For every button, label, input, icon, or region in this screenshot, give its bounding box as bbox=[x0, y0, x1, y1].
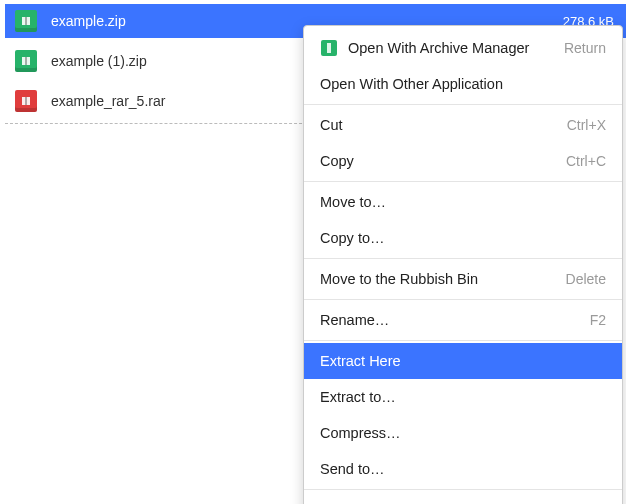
menu-item-label: Move to… bbox=[320, 194, 606, 210]
menu-separator bbox=[304, 181, 622, 182]
zip-file-icon bbox=[15, 10, 37, 32]
menu-item-label: Copy bbox=[320, 153, 566, 169]
menu-item-properties[interactable]: PropertiesCtrl+I bbox=[304, 492, 622, 504]
menu-item-label: Compress… bbox=[320, 425, 606, 441]
menu-item-label: Cut bbox=[320, 117, 567, 133]
menu-item-send-to[interactable]: Send to… bbox=[304, 451, 622, 487]
menu-item-shortcut: F2 bbox=[590, 312, 606, 328]
menu-item-open-with-archive-manager[interactable]: Open With Archive ManagerReturn bbox=[304, 30, 622, 66]
menu-item-rename[interactable]: Rename…F2 bbox=[304, 302, 622, 338]
svg-rect-1 bbox=[25, 17, 27, 25]
menu-item-copy[interactable]: CopyCtrl+C bbox=[304, 143, 622, 179]
menu-item-label: Extract Here bbox=[320, 353, 606, 369]
menu-item-open-with-other-application[interactable]: Open With Other Application bbox=[304, 66, 622, 102]
menu-separator bbox=[304, 299, 622, 300]
rar-file-icon bbox=[15, 90, 37, 112]
menu-item-move-to[interactable]: Move to… bbox=[304, 184, 622, 220]
menu-separator bbox=[304, 489, 622, 490]
menu-item-copy-to[interactable]: Copy to… bbox=[304, 220, 622, 256]
zip-file-icon bbox=[15, 50, 37, 72]
menu-separator bbox=[304, 340, 622, 341]
menu-item-compress[interactable]: Compress… bbox=[304, 415, 622, 451]
context-menu: Open With Archive ManagerReturnOpen With… bbox=[303, 25, 623, 504]
svg-rect-7 bbox=[327, 43, 331, 53]
menu-item-shortcut: Return bbox=[564, 40, 606, 56]
menu-item-move-to-the-rubbish-bin[interactable]: Move to the Rubbish BinDelete bbox=[304, 261, 622, 297]
menu-item-label: Open With Other Application bbox=[320, 76, 606, 92]
menu-item-cut[interactable]: CutCtrl+X bbox=[304, 107, 622, 143]
menu-item-label: Move to the Rubbish Bin bbox=[320, 271, 566, 287]
menu-item-shortcut: Ctrl+C bbox=[566, 153, 606, 169]
menu-item-shortcut: Delete bbox=[566, 271, 606, 287]
menu-item-shortcut: Ctrl+X bbox=[567, 117, 606, 133]
svg-rect-5 bbox=[25, 97, 27, 105]
menu-separator bbox=[304, 104, 622, 105]
archive-app-icon bbox=[320, 39, 338, 57]
menu-item-label: Rename… bbox=[320, 312, 590, 328]
menu-item-extract-here[interactable]: Extract Here bbox=[304, 343, 622, 379]
menu-separator bbox=[304, 258, 622, 259]
menu-item-label: Open With Archive Manager bbox=[348, 40, 564, 56]
menu-item-label: Send to… bbox=[320, 461, 606, 477]
menu-item-extract-to[interactable]: Extract to… bbox=[304, 379, 622, 415]
menu-item-label: Extract to… bbox=[320, 389, 606, 405]
menu-item-label: Copy to… bbox=[320, 230, 606, 246]
svg-rect-3 bbox=[25, 57, 27, 65]
